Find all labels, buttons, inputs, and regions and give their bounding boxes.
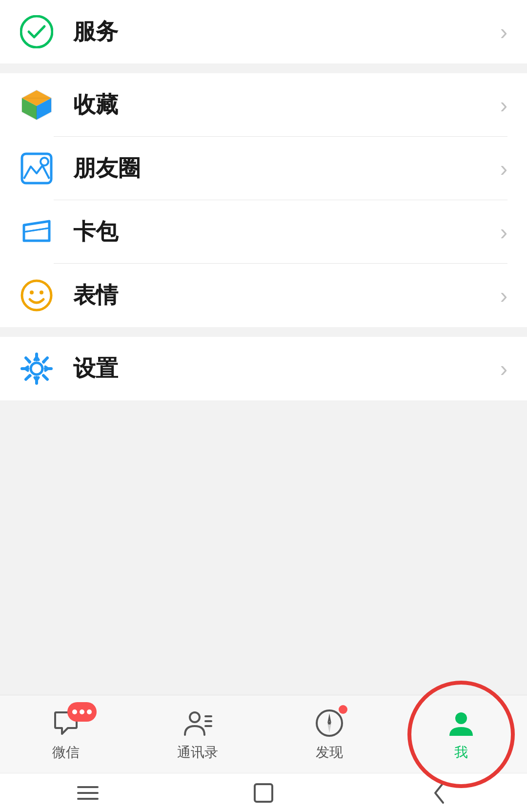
wallet-icon: [20, 215, 54, 249]
discover-label: 发现: [316, 743, 343, 762]
stickers-chevron: ›: [500, 282, 507, 309]
contacts-icon: [182, 707, 214, 739]
settings-chevron: ›: [500, 355, 507, 382]
svg-point-12: [40, 291, 43, 294]
me-label: 我: [454, 743, 468, 762]
wallet-label: 卡包: [73, 217, 500, 247]
menu-section-2: 收藏 › 朋友圈 ›: [0, 73, 527, 327]
svg-point-8: [41, 158, 48, 166]
stickers-label: 表情: [73, 280, 500, 311]
settings-menu-item[interactable]: 设置 ›: [0, 337, 527, 400]
favorites-chevron: ›: [500, 92, 507, 118]
svg-rect-26: [255, 784, 272, 802]
favorites-label: 收藏: [73, 90, 500, 120]
contacts-label: 通讯录: [177, 743, 218, 762]
wallet-menu-item[interactable]: 卡包 ›: [0, 200, 527, 264]
tab-bar: 微信 通讯录 发现: [0, 695, 527, 773]
divider-1: [0, 63, 527, 73]
service-label: 服务: [73, 17, 500, 47]
bottom-spacer: [0, 400, 527, 518]
tab-discover[interactable]: 发现: [264, 695, 395, 773]
nav-back-button[interactable]: [425, 783, 454, 803]
discover-badge: [339, 705, 347, 714]
stickers-icon: [20, 278, 54, 312]
favorites-menu-item[interactable]: 收藏 ›: [0, 73, 527, 137]
tab-contacts[interactable]: 通讯录: [132, 695, 264, 773]
service-chevron: ›: [500, 19, 507, 45]
system-nav-bar: [0, 773, 527, 812]
moments-chevron: ›: [500, 155, 507, 182]
chats-label: 微信: [52, 743, 80, 762]
badge-dots: [72, 709, 92, 714]
svg-point-21: [328, 722, 331, 725]
chats-badge: [67, 702, 97, 722]
moments-menu-item[interactable]: 朋友圈 ›: [0, 137, 527, 200]
service-icon: [20, 15, 54, 49]
svg-point-22: [455, 712, 467, 724]
svg-line-9: [24, 228, 49, 232]
dot-3: [87, 709, 92, 714]
menu-section-3: 设置 ›: [0, 337, 527, 400]
tab-me[interactable]: 我: [395, 695, 527, 773]
svg-point-10: [22, 281, 51, 310]
chats-icon: [50, 707, 82, 739]
svg-point-13: [31, 363, 42, 375]
tab-chats[interactable]: 微信: [0, 695, 132, 773]
wallet-chevron: ›: [500, 219, 507, 245]
discover-icon: [313, 707, 345, 739]
divider-2: [0, 327, 527, 337]
dot-2: [80, 709, 84, 714]
favorites-icon: [20, 88, 54, 122]
svg-point-14: [190, 712, 200, 722]
nav-menu-button[interactable]: [73, 783, 102, 803]
service-menu-item[interactable]: 服务 ›: [0, 0, 527, 63]
svg-point-11: [30, 291, 34, 294]
dot-1: [72, 709, 77, 714]
me-icon: [445, 707, 477, 739]
stickers-menu-item[interactable]: 表情 ›: [0, 264, 527, 327]
menu-section-1: 服务 ›: [0, 0, 527, 63]
moments-label: 朋友圈: [73, 153, 500, 184]
nav-home-button[interactable]: [249, 783, 278, 803]
moments-icon: [20, 151, 54, 186]
settings-label: 设置: [73, 354, 500, 384]
settings-icon: [20, 352, 54, 386]
svg-point-0: [21, 16, 52, 47]
